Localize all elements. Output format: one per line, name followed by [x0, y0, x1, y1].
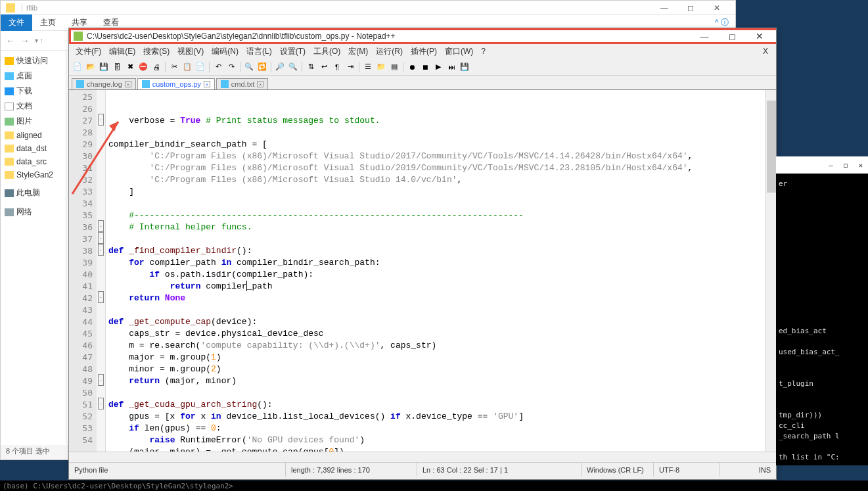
tab-close-icon[interactable]: ×	[257, 81, 263, 87]
sidebar-label: data_src	[16, 157, 47, 166]
menu-encoding[interactable]: 编码(N)	[208, 45, 242, 58]
sidebar-aligned[interactable]: aligned	[1, 129, 66, 142]
explorer-maximize-button[interactable]: ◻	[677, 1, 704, 14]
menu-search[interactable]: 搜索(S)	[139, 45, 173, 58]
tb-open-icon[interactable]: 📂	[85, 61, 97, 73]
console-maximize-button[interactable]: ◻	[844, 161, 848, 170]
tb-savemacro-icon[interactable]: 💾	[459, 61, 470, 73]
ribbon-home[interactable]: 主页	[32, 14, 64, 31]
menu-run[interactable]: 运行(R)	[372, 45, 407, 58]
menu-settings[interactable]: 设置(T)	[276, 45, 309, 58]
tb-play-icon[interactable]: ▶	[432, 61, 444, 73]
nav-up-button[interactable]: ▾ ↑	[35, 37, 43, 44]
tb-stop-icon[interactable]: ⏹	[419, 61, 431, 73]
sidebar-stylegan2[interactable]: StyleGan2	[1, 168, 66, 181]
npp-maximize-button[interactable]: ◻	[718, 28, 746, 44]
sidebar-label: 此电脑	[16, 187, 40, 199]
tb-print-icon[interactable]: 🖨	[150, 61, 162, 73]
tb-record-icon[interactable]: ⏺	[406, 61, 418, 73]
tb-copy-icon[interactable]: 📋	[181, 61, 193, 73]
sidebar-label: aligned	[16, 131, 42, 140]
tb-sync-icon[interactable]: ⇅	[305, 61, 317, 73]
console-close-button[interactable]: ✕	[858, 161, 863, 170]
tb-redo-icon[interactable]: ↷	[225, 61, 237, 73]
tab-cmd-txt[interactable]: cmd.txt ×	[216, 78, 268, 89]
menubar-close-button[interactable]: X	[759, 45, 773, 57]
ribbon-file[interactable]: 文件	[1, 14, 32, 31]
tb-new-icon[interactable]: 📄	[72, 61, 83, 73]
folder-icon	[5, 158, 14, 166]
sidebar-quick-access[interactable]: 快速访问	[1, 53, 66, 68]
menu-macro[interactable]: 宏(M)	[344, 45, 372, 58]
tb-close-icon[interactable]: ✖	[124, 61, 136, 73]
tb-replace-icon[interactable]: 🔁	[256, 61, 268, 73]
menu-file[interactable]: 文件(F)	[72, 45, 105, 58]
menu-language[interactable]: 语言(L)	[242, 45, 276, 58]
tb-separator	[240, 62, 240, 72]
npp-titlebar[interactable]: C:\Users\dc2-user\Desktop\StyleGan2\styl…	[69, 28, 776, 44]
sidebar-label: 下载	[16, 85, 32, 97]
vertical-scrollbar[interactable]	[765, 90, 776, 452]
npp-editor[interactable]: 2526272829303132333435363738394041424344…	[69, 90, 776, 452]
tb-zoomout-icon[interactable]: 🔍	[287, 61, 299, 73]
sidebar-label: data_dst	[16, 144, 47, 153]
tb-save-icon[interactable]: 💾	[98, 61, 110, 73]
menu-tools[interactable]: 工具(O)	[309, 45, 344, 58]
menu-view[interactable]: 视图(V)	[173, 45, 208, 58]
fold-gutter[interactable]: - --- - - -	[97, 90, 106, 452]
status-mode: INS	[720, 463, 776, 477]
tb-indent-icon[interactable]: ⇥	[344, 61, 356, 73]
npp-statusbar: Python file length : 7,392 lines : 170 L…	[69, 462, 776, 477]
folder-icon	[6, 3, 15, 12]
tb-cut-icon[interactable]: ✂	[168, 61, 180, 73]
sidebar-label: 图片	[16, 116, 32, 127]
menu-help[interactable]: ?	[477, 45, 490, 57]
file-icon	[142, 80, 150, 88]
tab-change-log[interactable]: change.log ×	[72, 78, 136, 89]
nav-forward-button[interactable]: →	[20, 35, 30, 46]
tb-functionlist-icon[interactable]: ☰	[362, 61, 374, 73]
tb-playmulti-icon[interactable]: ⏭	[445, 61, 457, 73]
explorer-sidebar: 快速访问 桌面 下载 文档 图片 aligned data_dst data_s…	[1, 51, 66, 444]
npp-title: C:\Users\dc2-user\Desktop\StyleGan2\styl…	[87, 32, 691, 41]
menu-edit[interactable]: 编辑(E)	[105, 45, 139, 58]
sidebar-label: 文档	[16, 101, 32, 112]
tb-wrap-icon[interactable]: ↩	[318, 61, 330, 73]
sidebar-network[interactable]: 网络	[1, 204, 66, 220]
tb-zoomin-icon[interactable]: 🔎	[274, 61, 286, 73]
horizontal-scrollbar[interactable]	[69, 452, 776, 462]
status-length: length : 7,392 lines : 170	[286, 463, 417, 477]
sidebar-documents[interactable]: 文档	[1, 99, 66, 114]
nav-back-button[interactable]: ←	[6, 35, 15, 46]
console-minimize-button[interactable]: —	[829, 161, 833, 170]
tab-close-icon[interactable]: ×	[204, 81, 210, 87]
tab-close-icon[interactable]: ×	[125, 81, 131, 87]
npp-minimize-button[interactable]: —	[691, 28, 718, 44]
network-icon	[5, 208, 14, 216]
sidebar-data-dst[interactable]: data_dst	[1, 142, 66, 155]
tb-closeall-icon[interactable]: ⛔	[137, 61, 149, 73]
sidebar-this-pc[interactable]: 此电脑	[1, 185, 66, 200]
menu-window[interactable]: 窗口(W)	[441, 45, 477, 58]
ribbon-help-icon[interactable]: ^ ⓘ	[715, 17, 735, 28]
console-output: er ed_bias_act used_bias_act_ t_plugin t…	[779, 179, 865, 463]
tb-allchars-icon[interactable]: ¶	[331, 61, 343, 73]
menu-plugins[interactable]: 插件(P)	[407, 45, 441, 58]
sidebar-label: 快速访问	[16, 55, 48, 66]
sidebar-pictures[interactable]: 图片	[1, 114, 66, 129]
npp-close-button[interactable]: ✕	[746, 28, 773, 44]
tb-undo-icon[interactable]: ↶	[212, 61, 224, 73]
explorer-close-button[interactable]: ✕	[704, 1, 730, 14]
tb-find-icon[interactable]: 🔍	[243, 61, 255, 73]
sidebar-desktop[interactable]: 桌面	[1, 68, 66, 83]
code-area[interactable]: verbose = True # Print status messages t…	[106, 90, 776, 452]
tab-custom-ops[interactable]: custom_ops.py ×	[137, 78, 215, 89]
explorer-minimize-button[interactable]: —	[651, 1, 677, 14]
sidebar-downloads[interactable]: 下载	[1, 83, 66, 99]
tb-saveall-icon[interactable]: 🗄	[111, 61, 123, 73]
tb-paste-icon[interactable]: 📄	[194, 61, 206, 73]
sidebar-data-src[interactable]: data_src	[1, 155, 66, 168]
tb-docmap-icon[interactable]: ▤	[388, 61, 400, 73]
tb-folder-icon[interactable]: 📁	[375, 61, 387, 73]
scrollbar-thumb[interactable]	[767, 101, 776, 193]
